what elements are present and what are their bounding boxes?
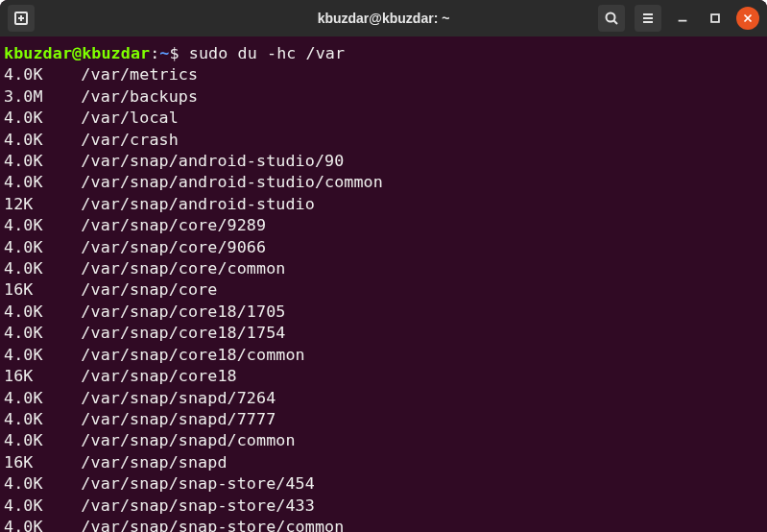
prompt-path: ~ (159, 43, 169, 62)
path-cell: /var/snap/core18/1705 (81, 302, 285, 321)
search-button[interactable] (598, 5, 625, 32)
terminal-body[interactable]: kbuzdar@kbuzdar:~$ sudo du -hc /var4.0K/… (0, 36, 767, 532)
output-row: 4.0K/var/snap/core18/common (4, 344, 763, 365)
hamburger-icon (640, 11, 656, 26)
size-cell: 12K (4, 193, 81, 214)
path-cell: /var/snap/core/9066 (81, 237, 266, 256)
size-cell: 4.0K (4, 107, 81, 128)
close-icon (741, 12, 755, 25)
path-cell: /var/backups (81, 86, 198, 106)
svg-line-4 (614, 21, 618, 25)
output-row: 4.0K/var/snap/snap-store/common (4, 516, 763, 532)
path-cell: /var/snap/core (81, 279, 217, 299)
minimize-icon (676, 12, 689, 25)
hamburger-menu-button[interactable] (635, 5, 661, 32)
search-icon (604, 11, 619, 26)
path-cell: /var/snap/android-studio (81, 194, 315, 213)
size-cell: 16K (4, 365, 81, 386)
output-row: 4.0K/var/crash (4, 129, 763, 150)
output-row: 4.0K/var/snap/core/9289 (4, 214, 763, 235)
output-row: 16K/var/snap/core18 (4, 365, 763, 386)
size-cell: 4.0K (4, 257, 81, 278)
output-row: 4.0K/var/snap/snapd/7777 (4, 408, 763, 429)
path-cell: /var/snap/android-studio/90 (81, 151, 344, 170)
output-row: 16K/var/snap/snapd (4, 451, 763, 472)
size-cell: 16K (4, 451, 81, 472)
prompt-user: kbuzdar@kbuzdar (4, 43, 150, 62)
size-cell: 4.0K (4, 429, 81, 450)
terminal-window: kbuzdar@kbuzdar: ~ (0, 0, 767, 532)
path-cell: /var/snap/snap-store/common (81, 517, 344, 532)
path-cell: /var/snap/snapd/common (81, 430, 295, 449)
output-row: 16K/var/snap/core (4, 278, 763, 300)
output-row: 12K/var/snap/android-studio (4, 193, 763, 214)
output-row: 4.0K/var/snap/android-studio/common (4, 171, 763, 192)
path-cell: /var/snap/core18/1754 (81, 323, 285, 342)
size-cell: 4.0K (4, 150, 81, 171)
path-cell: /var/snap/snap-store/454 (81, 473, 315, 493)
size-cell: 4.0K (4, 472, 81, 494)
size-cell: 4.0K (4, 322, 81, 343)
output-row: 4.0K/var/snap/snapd/common (4, 429, 763, 450)
output-row: 4.0K/var/snap/snap-store/433 (4, 495, 763, 516)
path-cell: /var/crash (81, 130, 178, 149)
path-cell: /var/snap/snapd/7777 (81, 409, 276, 428)
size-cell: 4.0K (4, 129, 81, 150)
output-row: 4.0K/var/snap/core18/1705 (4, 301, 763, 322)
size-cell: 3.0M (4, 85, 81, 107)
maximize-icon (708, 12, 722, 25)
path-cell: /var/snap/snapd (81, 452, 227, 472)
prompt-dollar: $ (170, 43, 189, 62)
minimize-button[interactable] (671, 7, 694, 30)
prompt-sep: : (150, 43, 159, 62)
command-text: sudo du -hc /var (189, 43, 345, 62)
new-tab-icon (13, 11, 29, 26)
output-row: 4.0K/var/snap/core/9066 (4, 236, 763, 257)
prompt-line: kbuzdar@kbuzdar:~$ sudo du -hc /var (4, 42, 763, 63)
size-cell: 4.0K (4, 495, 81, 516)
output-row: 4.0K/var/snap/core18/1754 (4, 322, 763, 343)
size-cell: 4.0K (4, 516, 81, 532)
output-row: 3.0M/var/backups (4, 85, 763, 107)
output-row: 4.0K/var/snap/snap-store/454 (4, 472, 763, 494)
path-cell: /var/snap/core18/common (81, 345, 304, 364)
path-cell: /var/snap/android-studio/common (81, 172, 383, 191)
titlebar: kbuzdar@kbuzdar: ~ (0, 0, 767, 36)
size-cell: 4.0K (4, 171, 81, 192)
new-tab-button[interactable] (8, 5, 35, 32)
size-cell: 4.0K (4, 301, 81, 322)
size-cell: 4.0K (4, 63, 81, 85)
size-cell: 4.0K (4, 344, 81, 365)
close-button[interactable] (736, 7, 759, 30)
maximize-button[interactable] (704, 7, 727, 30)
size-cell: 4.0K (4, 236, 81, 257)
path-cell: /var/snap/core/common (81, 258, 285, 278)
output-row: 4.0K/var/local (4, 107, 763, 128)
size-cell: 4.0K (4, 214, 81, 235)
path-cell: /var/metrics (81, 64, 198, 84)
output-row: 4.0K/var/snap/android-studio/90 (4, 150, 763, 171)
size-cell: 4.0K (4, 387, 81, 408)
size-cell: 16K (4, 278, 81, 300)
output-row: 4.0K/var/snap/core/common (4, 257, 763, 278)
size-cell: 4.0K (4, 408, 81, 429)
path-cell: /var/snap/snap-store/433 (81, 496, 315, 515)
svg-rect-9 (711, 14, 719, 22)
path-cell: /var/snap/core18 (81, 366, 236, 385)
path-cell: /var/local (81, 108, 178, 127)
svg-point-3 (607, 13, 615, 22)
output-row: 4.0K/var/metrics (4, 63, 763, 85)
output-row: 4.0K/var/snap/snapd/7264 (4, 387, 763, 408)
path-cell: /var/snap/snapd/7264 (81, 388, 276, 407)
path-cell: /var/snap/core/9289 (81, 215, 266, 234)
